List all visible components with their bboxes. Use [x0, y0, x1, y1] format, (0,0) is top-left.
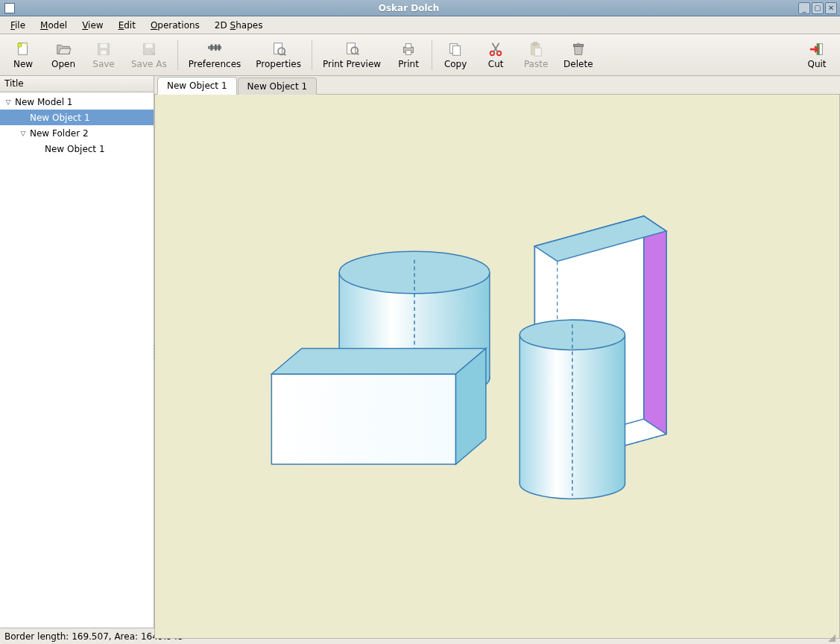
svg-rect-19	[405, 43, 411, 48]
window-controls: _ ▢ ✕	[798, 2, 840, 14]
window-titlebar: Oskar Dolch _ ▢ ✕	[0, 0, 840, 16]
svg-rect-4	[100, 43, 107, 48]
sidebar: Title ▽New Model 1New Object 1▽New Folde…	[0, 76, 154, 628]
menu-2d-shapes[interactable]: 2D Shapes	[209, 19, 269, 32]
minimize-button[interactable]: _	[798, 2, 810, 14]
print-preview-label: Print Preview	[323, 59, 381, 69]
save-as-button: Save As	[124, 37, 174, 74]
tree: ▽New Model 1New Object 1▽New Folder 2New…	[0, 92, 154, 628]
quit-icon	[808, 41, 826, 57]
svg-marker-48	[271, 348, 486, 373]
tree-item-label: New Object 1	[30, 113, 90, 123]
quit-button[interactable]: Quit	[797, 37, 837, 74]
copy-button[interactable]: Copy	[435, 37, 476, 74]
properties-button[interactable]: Properties	[248, 37, 309, 74]
open-label: Open	[51, 59, 75, 69]
tree-row[interactable]: ▽New Folder 2	[0, 125, 154, 141]
menu-operations[interactable]: Operations	[145, 19, 206, 32]
toolbar-separator	[312, 40, 312, 70]
shapes-scene	[155, 95, 839, 638]
toolbar-separator	[432, 40, 432, 70]
content-area: New Object 1New Object 1	[154, 76, 840, 628]
save-label: Save	[92, 59, 114, 69]
preferences-icon	[206, 41, 224, 57]
app-icon	[4, 3, 15, 13]
svg-rect-9	[211, 44, 213, 50]
cut-button[interactable]: Cut	[476, 37, 516, 74]
svg-point-2	[18, 42, 22, 47]
menu-edit[interactable]: Edit	[113, 19, 142, 32]
tab[interactable]: New Object 1	[157, 77, 237, 95]
save-as-label: Save As	[131, 59, 167, 69]
svg-rect-20	[405, 50, 411, 54]
svg-rect-10	[215, 44, 217, 50]
print-preview-icon	[343, 41, 361, 57]
cylinder-small	[520, 320, 625, 499]
preferences-label: Preferences	[189, 59, 241, 69]
delete-button[interactable]: Delete	[556, 37, 600, 74]
svg-rect-29	[577, 42, 580, 44]
tree-expander-icon	[18, 113, 28, 123]
svg-line-17	[356, 52, 359, 54]
print-icon	[400, 41, 417, 57]
svg-rect-28	[573, 44, 583, 46]
menu-view[interactable]: View	[76, 19, 109, 32]
toolbar: New Open Save Save As Preferences Proper…	[0, 34, 840, 76]
cut-icon	[487, 41, 505, 57]
svg-marker-47	[271, 374, 455, 464]
delete-icon	[569, 41, 587, 57]
window-title: Oskar Dolch	[19, 3, 798, 13]
tab[interactable]: New Object 1	[238, 78, 318, 95]
tree-column-header[interactable]: Title	[0, 76, 154, 92]
svg-rect-7	[145, 43, 152, 48]
main-area: Title ▽New Model 1New Object 1▽New Folde…	[0, 76, 840, 628]
tab-bar: New Object 1New Object 1	[154, 76, 840, 95]
new-icon	[14, 41, 32, 57]
svg-rect-5	[101, 50, 106, 54]
canvas[interactable]	[154, 95, 840, 639]
svg-rect-26	[533, 42, 537, 45]
open-button[interactable]: Open	[43, 37, 83, 74]
svg-marker-36	[644, 216, 666, 435]
tree-item-label: New Object 1	[45, 144, 105, 154]
svg-rect-11	[218, 44, 221, 50]
menubar: FileModelViewEditOperations2D Shapes	[0, 16, 840, 34]
print-button[interactable]: Print	[388, 37, 429, 74]
toolbar-separator	[177, 40, 178, 70]
properties-icon	[270, 41, 288, 57]
print-label: Print	[398, 59, 419, 69]
box-flat	[271, 348, 486, 464]
tree-row[interactable]: New Object 1	[0, 110, 154, 125]
tree-expander-icon[interactable]: ▽	[18, 128, 28, 139]
print-preview-button[interactable]: Print Preview	[315, 37, 388, 74]
new-button[interactable]: New	[3, 37, 43, 74]
save-button: Save	[83, 37, 124, 74]
new-label: New	[13, 59, 33, 69]
open-icon	[54, 41, 72, 57]
paste-icon	[527, 41, 545, 57]
tree-row[interactable]: New Object 1	[0, 141, 154, 157]
preferences-button[interactable]: Preferences	[181, 37, 249, 74]
menu-file[interactable]: File	[4, 19, 31, 32]
copy-label: Copy	[444, 59, 467, 69]
menu-model[interactable]: Model	[34, 19, 73, 32]
paste-button: Paste	[516, 37, 556, 74]
save-as-icon	[140, 41, 158, 57]
resize-grip[interactable]	[825, 631, 836, 642]
close-button[interactable]: ✕	[825, 2, 837, 14]
tree-item-label: New Folder 2	[30, 128, 89, 139]
maximize-button[interactable]: ▢	[812, 2, 824, 14]
paste-label: Paste	[524, 59, 548, 69]
tree-item-label: New Model 1	[15, 97, 72, 107]
tree-expander-icon[interactable]: ▽	[3, 97, 13, 107]
copy-icon	[446, 41, 464, 57]
save-icon	[95, 41, 113, 57]
svg-rect-27	[534, 48, 541, 56]
properties-label: Properties	[256, 59, 301, 69]
quit-label: Quit	[807, 59, 826, 69]
cut-label: Cut	[488, 59, 504, 69]
svg-line-14	[283, 53, 285, 55]
tree-expander-icon	[33, 144, 43, 154]
svg-rect-22	[452, 45, 460, 55]
tree-row[interactable]: ▽New Model 1	[0, 94, 154, 110]
